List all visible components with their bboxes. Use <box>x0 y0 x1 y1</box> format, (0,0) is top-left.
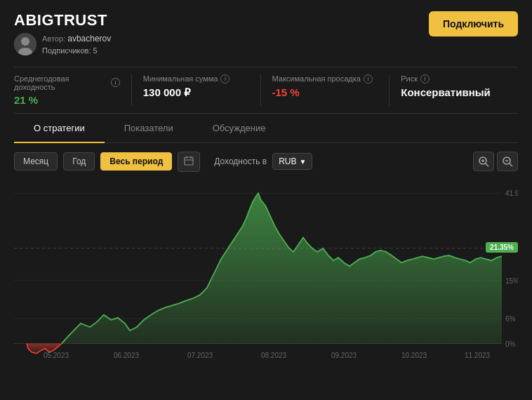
chart-controls: Месяц Год Весь период Доходность в RUB ▼ <box>14 143 518 178</box>
stat-value-risk: Консервативный <box>401 86 507 98</box>
tab-strategy[interactable]: О стратегии <box>14 114 105 143</box>
svg-text:09.2023: 09.2023 <box>331 351 357 359</box>
tab-metrics[interactable]: Показатели <box>105 114 193 143</box>
svg-point-1 <box>21 37 29 46</box>
info-icon-risk[interactable]: i <box>420 74 430 84</box>
period-year-button[interactable]: Год <box>63 152 95 171</box>
svg-rect-3 <box>185 157 193 165</box>
currency-label: Доходность в <box>214 156 267 166</box>
svg-text:06.2023: 06.2023 <box>114 351 139 359</box>
tabs-row: О стратегии Показатели Обсуждение <box>14 114 518 143</box>
period-all-button[interactable]: Весь период <box>100 152 172 171</box>
svg-text:08.2023: 08.2023 <box>261 351 286 359</box>
page-title: ABIGTRUST <box>14 11 111 29</box>
stat-min-sum: Минимальная сумма i 130 000 ₽ <box>132 74 261 106</box>
chart-container: 41.91% 24% 15% 6% 0% <box>14 180 518 363</box>
calendar-icon <box>184 156 194 166</box>
stat-value-drawdown: -15 % <box>272 86 378 98</box>
stat-max-drawdown: Максимальная просадка i -15 % <box>261 74 390 106</box>
currency-value: RUB <box>279 156 296 166</box>
author-block: Автор: avbacherov Подписчиков: 5 <box>14 32 111 57</box>
currency-select[interactable]: RUB ▼ <box>272 153 312 170</box>
stat-risk: Риск i Консервативный <box>390 74 518 106</box>
zoom-out-button[interactable] <box>497 152 518 171</box>
subscribers-label: Подписчиков: <box>42 46 91 55</box>
period-month-button[interactable]: Месяц <box>14 152 58 171</box>
svg-text:05.2023: 05.2023 <box>44 351 69 359</box>
info-icon-min-sum[interactable]: i <box>220 74 230 84</box>
svg-text:07.2023: 07.2023 <box>187 351 213 359</box>
svg-line-8 <box>486 164 488 166</box>
author-label: Автор: <box>42 34 67 43</box>
zoom-controls <box>473 152 518 171</box>
avatar <box>14 33 36 55</box>
stat-label-drawdown: Максимальная просадка i <box>272 74 378 84</box>
stat-annual-yield: Среднегодовая доходность i 21 % <box>14 74 132 106</box>
page-header: ABIGTRUST Автор: avbacherov Подписч <box>14 11 518 57</box>
zoom-in-icon <box>478 156 489 167</box>
stat-label-annual: Среднегодовая доходность i <box>14 74 120 91</box>
tab-discussion[interactable]: Обсуждение <box>193 114 286 143</box>
svg-line-12 <box>510 164 512 166</box>
title-block: ABIGTRUST Автор: avbacherov Подписч <box>14 11 111 57</box>
zoom-out-icon <box>502 156 513 167</box>
connect-button[interactable]: Подключить <box>429 11 518 36</box>
author-info: Автор: avbacherov Подписчиков: 5 <box>42 32 111 57</box>
subscribers-count: 5 <box>93 46 98 55</box>
stat-label-risk: Риск i <box>401 74 507 84</box>
zoom-in-button[interactable] <box>473 152 494 171</box>
current-value-badge: 21.35% <box>486 242 518 253</box>
stats-row: Среднегодовая доходность i 21 % Минималь… <box>14 67 518 114</box>
chevron-down-icon: ▼ <box>299 158 306 166</box>
author-name: avbacherov <box>67 34 111 44</box>
info-icon-drawdown[interactable]: i <box>364 74 373 84</box>
info-icon-annual[interactable]: i <box>111 78 120 87</box>
svg-text:15%: 15% <box>505 276 518 284</box>
svg-text:0%: 0% <box>505 340 515 347</box>
svg-text:41.91%: 41.91% <box>505 189 518 197</box>
chart-svg: 41.91% 24% 15% 6% 0% <box>14 180 518 363</box>
svg-text:6%: 6% <box>505 314 515 322</box>
svg-text:11.2023: 11.2023 <box>465 351 490 359</box>
calendar-button[interactable] <box>178 152 200 172</box>
stat-value-min-sum: 130 000 ₽ <box>143 86 249 99</box>
stat-label-min-sum: Минимальная сумма i <box>143 74 249 84</box>
stat-value-annual: 21 % <box>14 94 120 106</box>
svg-text:10.2023: 10.2023 <box>401 351 427 359</box>
svg-rect-25 <box>14 343 502 363</box>
